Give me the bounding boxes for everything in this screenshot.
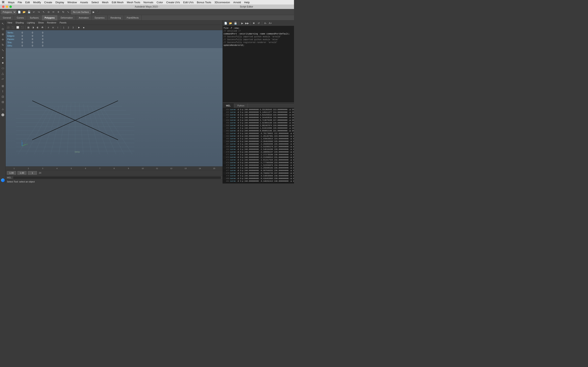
- close-button[interactable]: [2, 6, 4, 8]
- time-current-input[interactable]: [17, 171, 26, 175]
- snap-to-surface-icon[interactable]: ⊟: [0, 100, 5, 104]
- minimize-button[interactable]: [6, 6, 8, 8]
- se-font-dec-icon[interactable]: A-: [263, 21, 268, 25]
- scale-icon[interactable]: ⤡: [66, 10, 70, 14]
- shadows-icon[interactable]: ◑: [31, 25, 35, 30]
- rotate-icon[interactable]: ↻: [61, 10, 65, 14]
- grid-icon[interactable]: #: [46, 25, 51, 30]
- se-open-icon[interactable]: 📂: [228, 21, 233, 25]
- se-font-inc-icon[interactable]: A+: [268, 21, 272, 25]
- tab-deformation[interactable]: Deformation: [58, 15, 76, 20]
- lasso-icon[interactable]: ⊙: [47, 10, 51, 14]
- se-new-icon[interactable]: 📄: [224, 21, 228, 25]
- tab-dynamics[interactable]: Dynamics: [92, 15, 108, 20]
- lighting-quality-high-icon[interactable]: 3: [71, 25, 75, 30]
- ambient-occlusion-icon[interactable]: ◐: [35, 25, 40, 30]
- antialias-icon[interactable]: ◓: [40, 25, 45, 30]
- isolate-icon[interactable]: I: [56, 25, 60, 30]
- se-history-icon[interactable]: ↺: [257, 21, 261, 25]
- tab-surfaces[interactable]: Surfaces: [27, 15, 42, 20]
- cube-icon[interactable]: ■: [0, 60, 5, 65]
- show-manipulator-icon[interactable]: ⊹: [0, 107, 5, 112]
- polygon-mode-select[interactable]: Polygons: [1, 10, 16, 14]
- time-start-input[interactable]: [7, 171, 16, 175]
- render-icon[interactable]: ▶: [91, 10, 95, 14]
- lasso-tool-icon[interactable]: ⊙: [0, 26, 5, 31]
- no-live-surface-button[interactable]: No Live Surface: [71, 10, 91, 14]
- vp-panels-menu[interactable]: Panels: [59, 21, 67, 24]
- camera-icon[interactable]: 🎥: [6, 25, 11, 30]
- plane-icon[interactable]: ▱: [0, 76, 5, 81]
- menu-create-uvs[interactable]: Create UVs: [166, 1, 180, 4]
- menu-arnold[interactable]: Arnold: [233, 1, 241, 4]
- lighting-quality-low-icon[interactable]: 1: [61, 25, 66, 30]
- display-mode-icon[interactable]: ⬛: [11, 25, 15, 30]
- snap-to-grid-icon[interactable]: ⊞: [0, 83, 5, 89]
- tab-python[interactable]: Python: [234, 103, 248, 108]
- menu-mesh[interactable]: Mesh: [102, 1, 109, 4]
- menu-normals[interactable]: Normals: [144, 1, 153, 4]
- ipr-icon[interactable]: ⬛: [96, 10, 100, 14]
- menu-file[interactable]: File: [18, 1, 22, 4]
- script-top-area[interactable]: file -f -new; // untitled // commandPort…: [223, 26, 294, 103]
- menu-help[interactable]: Help: [244, 1, 250, 4]
- se-clear-icon[interactable]: ✖: [252, 21, 256, 25]
- menu-mesh-tools[interactable]: Mesh Tools: [127, 1, 140, 4]
- se-save-icon[interactable]: 💾: [233, 21, 237, 25]
- cone-icon[interactable]: △: [0, 71, 5, 76]
- tab-paint-effects[interactable]: PaintEffects: [124, 15, 142, 20]
- snap-to-point-icon[interactable]: ⊡: [0, 94, 5, 99]
- select-icon[interactable]: ↖: [42, 10, 46, 14]
- snap-to-curve-icon[interactable]: ⌇: [0, 89, 5, 94]
- move-icon[interactable]: ✛: [56, 10, 61, 14]
- select-tool-icon[interactable]: ↖: [0, 21, 5, 26]
- menu-bonus-tools[interactable]: Bonus Tools: [197, 1, 211, 4]
- wireframe-icon[interactable]: ⬜: [16, 25, 20, 30]
- se-execute-all-icon[interactable]: ▶▶: [245, 21, 249, 25]
- script-output[interactable]: 454curve -d 3-p 240.000000000 5.33130264…: [223, 108, 294, 184]
- menu-3dconnexion[interactable]: 3Dconnexion: [215, 1, 230, 4]
- open-icon[interactable]: 📂: [22, 10, 26, 14]
- menu-edit-mesh[interactable]: Edit Mesh: [112, 1, 123, 4]
- frame-current-input[interactable]: [28, 171, 37, 175]
- menu-color[interactable]: Color: [156, 1, 163, 4]
- lighting-quality-med-icon[interactable]: 2: [66, 25, 71, 30]
- menu-create[interactable]: Create: [44, 1, 52, 4]
- stop-icon[interactable]: ■: [81, 25, 86, 30]
- hud-icon[interactable]: H: [51, 25, 55, 30]
- mel-input[interactable]: [13, 176, 221, 179]
- tab-general[interactable]: General: [0, 15, 14, 20]
- menu-edit[interactable]: Edit: [25, 1, 30, 4]
- new-scene-icon[interactable]: 📄: [17, 10, 21, 14]
- menu-modify[interactable]: Modify: [33, 1, 41, 4]
- play-icon[interactable]: ▶: [77, 25, 81, 30]
- cylinder-icon[interactable]: ⬭: [0, 66, 5, 71]
- maximize-button[interactable]: [9, 6, 12, 8]
- tab-rendering[interactable]: Rendering: [108, 15, 124, 20]
- undo-icon[interactable]: ↩: [32, 10, 36, 14]
- vp-lighting-menu[interactable]: Lighting: [26, 21, 36, 24]
- viewport-canvas[interactable]: X Y SetUp: [6, 48, 223, 166]
- tab-polygons[interactable]: Polygons: [42, 15, 58, 20]
- vp-renderer-menu[interactable]: Renderer: [46, 21, 57, 24]
- menu-assets[interactable]: Assets: [80, 1, 88, 4]
- vp-show-menu[interactable]: Show: [37, 21, 45, 24]
- vp-view-menu[interactable]: View: [7, 21, 13, 24]
- smooth-shade-icon[interactable]: ⬛: [20, 25, 25, 30]
- tab-curves[interactable]: Curves: [14, 15, 27, 20]
- move-tool-icon[interactable]: ✛: [0, 37, 5, 42]
- menu-select[interactable]: Select: [91, 1, 99, 4]
- se-execute-icon[interactable]: ▶: [240, 21, 244, 25]
- apple-menu[interactable]: ⌘: [2, 0, 5, 4]
- redo-icon[interactable]: ↪: [37, 10, 41, 14]
- paint-select-icon[interactable]: ⊕: [0, 32, 5, 37]
- menu-maya[interactable]: Maya: [8, 1, 15, 4]
- menu-edit-uvs[interactable]: Edit UVs: [183, 1, 194, 4]
- save-icon[interactable]: 💾: [27, 10, 31, 14]
- tab-mel[interactable]: MEL: [223, 103, 234, 108]
- rotate-tool-icon[interactable]: ↻: [0, 42, 5, 47]
- menu-window[interactable]: Window: [67, 1, 77, 4]
- texture-icon[interactable]: ▦: [26, 25, 31, 30]
- scale-tool-icon[interactable]: ⤡: [0, 48, 5, 53]
- sphere-icon[interactable]: ●: [0, 55, 5, 60]
